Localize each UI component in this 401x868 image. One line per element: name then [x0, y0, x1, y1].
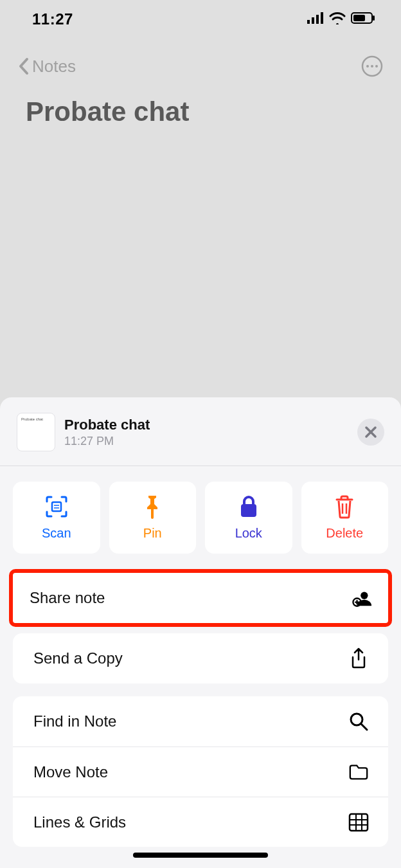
svg-rect-13	[52, 502, 61, 511]
lock-button[interactable]: Lock	[205, 482, 292, 554]
pin-button[interactable]: Pin	[109, 482, 197, 554]
lock-icon	[237, 495, 260, 518]
svg-rect-3	[321, 12, 323, 24]
svg-point-9	[371, 65, 373, 68]
sheet-title: Probate chat	[64, 417, 150, 433]
more-button[interactable]	[361, 55, 383, 77]
send-copy-label: Send a Copy	[33, 649, 123, 667]
move-note-label: Move Note	[33, 763, 108, 781]
wifi-icon	[329, 12, 346, 27]
search-icon	[348, 711, 369, 732]
pin-label: Pin	[143, 526, 162, 541]
pin-icon	[141, 495, 164, 518]
delete-button[interactable]: Delete	[301, 482, 389, 554]
svg-rect-1	[312, 17, 314, 24]
svg-rect-2	[316, 15, 319, 24]
scan-label: Scan	[42, 526, 71, 541]
delete-label: Delete	[326, 526, 363, 541]
close-button[interactable]	[357, 419, 384, 446]
find-in-note-row[interactable]: Find in Note	[13, 696, 388, 746]
svg-point-10	[375, 65, 378, 68]
close-icon	[364, 426, 377, 439]
back-label: Notes	[32, 57, 76, 77]
send-copy-row[interactable]: Send a Copy	[13, 633, 388, 683]
lock-label: Lock	[235, 526, 262, 541]
back-button[interactable]: Notes	[18, 57, 76, 77]
svg-line-25	[361, 724, 367, 730]
status-time: 11:27	[32, 10, 73, 28]
svg-rect-0	[307, 20, 310, 24]
sheet-time: 11:27 PM	[64, 435, 150, 448]
grid-icon	[348, 812, 369, 833]
share-note-highlight: Share note	[9, 569, 392, 627]
nav-bar: Notes	[0, 55, 401, 77]
find-in-note-label: Find in Note	[33, 712, 116, 730]
lines-grids-row[interactable]: Lines & Grids	[13, 797, 388, 847]
svg-point-20	[361, 592, 368, 599]
status-icons	[307, 12, 375, 27]
svg-rect-6	[373, 15, 375, 21]
svg-rect-17	[241, 504, 256, 517]
move-note-row[interactable]: Move Note	[13, 746, 388, 797]
chevron-left-icon	[18, 57, 30, 75]
quick-actions: Scan Pin Lock Delete	[0, 466, 401, 569]
trash-icon	[333, 495, 356, 518]
svg-point-8	[366, 65, 369, 68]
share-note-label: Share note	[30, 589, 105, 607]
battery-icon	[351, 12, 375, 26]
svg-rect-5	[353, 15, 365, 21]
scan-button[interactable]: Scan	[13, 482, 100, 554]
note-title: Probate chat	[26, 96, 189, 127]
cellular-icon	[307, 12, 324, 26]
status-bar: 11:27	[0, 0, 401, 39]
lines-grids-label: Lines & Grids	[33, 813, 126, 831]
share-note-row[interactable]: Share note	[13, 573, 388, 623]
svg-rect-26	[350, 814, 368, 831]
folder-icon	[348, 762, 369, 782]
share-sheet: Probate chat Probate chat 11:27 PM Scan …	[0, 397, 401, 868]
share-icon	[348, 648, 369, 669]
note-thumbnail: Probate chat	[17, 413, 55, 451]
home-indicator[interactable]	[133, 853, 268, 858]
sheet-header: Probate chat Probate chat 11:27 PM	[0, 397, 401, 466]
collaborate-icon	[352, 588, 373, 608]
scan-icon	[45, 495, 68, 518]
